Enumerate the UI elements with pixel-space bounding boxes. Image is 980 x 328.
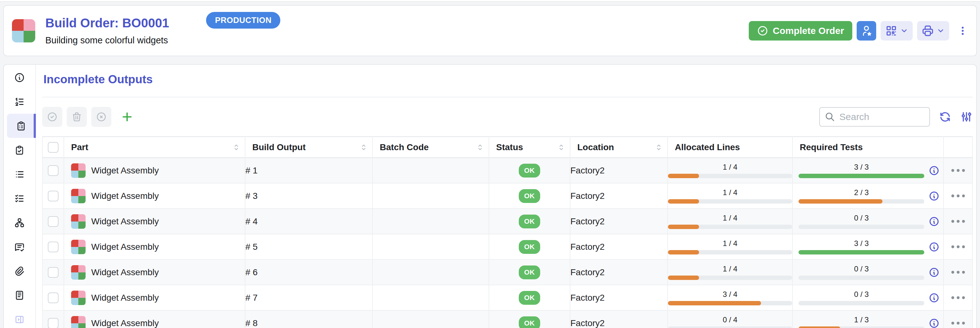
required-tests-label: 0 / 3 <box>799 265 924 273</box>
location[interactable]: Factory2 <box>570 209 668 234</box>
dots-vertical-icon[interactable] <box>957 25 968 36</box>
row-checkbox[interactable] <box>48 267 59 278</box>
info-icon[interactable] <box>929 318 939 328</box>
column-header-batch[interactable]: Batch Code <box>372 137 489 158</box>
status-badge: OK <box>519 215 540 228</box>
cancel-outputs-button[interactable] <box>91 107 111 127</box>
status-badge: OK <box>519 240 540 254</box>
build-order-panel: Incomplete Outputs <box>3 64 977 328</box>
row-menu-button[interactable] <box>944 271 972 274</box>
refresh-button[interactable] <box>939 111 951 123</box>
status-badge: OK <box>519 164 540 177</box>
column-label: Location <box>577 142 614 152</box>
table-row[interactable]: Widget Assembly # 1 OK Factory2 1 / 4 3 … <box>43 158 972 183</box>
row-menu-button[interactable] <box>944 169 972 172</box>
sidebar-item-completed-outputs[interactable] <box>4 138 35 162</box>
search-input[interactable] <box>839 111 924 122</box>
status-badge: OK <box>519 266 540 279</box>
part-name[interactable]: Widget Assembly <box>91 318 159 328</box>
table-row[interactable]: Widget Assembly # 6 OK Factory2 1 / 4 0 … <box>43 260 972 285</box>
location[interactable]: Factory2 <box>570 285 668 311</box>
required-tests-progress: 3 / 3 <box>799 163 924 178</box>
column-header-part[interactable]: Part <box>64 137 245 158</box>
table-row[interactable]: Widget Assembly # 4 OK Factory2 1 / 4 0 … <box>43 209 972 234</box>
plus-icon <box>121 110 134 124</box>
info-icon[interactable] <box>929 293 939 303</box>
build-output-serial: # 5 <box>245 234 372 260</box>
sort-selector-icon <box>360 143 368 151</box>
part-thumbnail <box>71 189 86 203</box>
row-checkbox[interactable] <box>48 293 59 303</box>
info-icon[interactable] <box>929 216 939 227</box>
sidebar-item-attachments[interactable] <box>4 259 35 283</box>
table-row[interactable]: Widget Assembly # 3 OK Factory2 1 / 4 2 … <box>43 183 972 209</box>
chevron-down-icon <box>900 27 908 35</box>
sidebar-item-line-items[interactable] <box>4 90 35 114</box>
row-checkbox[interactable] <box>48 165 59 176</box>
part-name[interactable]: Widget Assembly <box>91 217 159 227</box>
row-checkbox[interactable] <box>48 242 59 252</box>
required-tests-label: 0 / 3 <box>799 290 924 299</box>
part-name[interactable]: Widget Assembly <box>91 293 159 303</box>
info-icon[interactable] <box>929 191 939 201</box>
required-tests-progress: 3 / 3 <box>799 239 924 255</box>
complete-outputs-button[interactable] <box>42 107 62 127</box>
delete-outputs-button[interactable] <box>67 107 87 127</box>
allocated-lines-label: 1 / 4 <box>668 214 792 222</box>
sidebar-item-expand-sidebar[interactable] <box>4 307 35 328</box>
table-row[interactable]: Widget Assembly # 7 OK Factory2 3 / 4 0 … <box>43 285 972 311</box>
allocated-lines-progress: 1 / 4 <box>668 265 792 280</box>
row-menu-button[interactable] <box>944 322 972 325</box>
required-tests-progress: 2 / 3 <box>799 188 924 204</box>
sort-selector-icon <box>476 143 484 151</box>
column-label: Required Tests <box>800 142 863 152</box>
row-menu-button[interactable] <box>944 195 972 197</box>
barcode-actions-button[interactable] <box>881 21 913 41</box>
sidebar-item-child-build-orders[interactable] <box>4 211 35 235</box>
location[interactable]: Factory2 <box>570 311 668 328</box>
part-name[interactable]: Widget Assembly <box>91 242 159 252</box>
sidebar-item-incomplete-outputs[interactable] <box>7 114 35 138</box>
location[interactable]: Factory2 <box>570 158 668 183</box>
part-name[interactable]: Widget Assembly <box>91 191 159 201</box>
location[interactable]: Factory2 <box>570 234 668 260</box>
info-icon[interactable] <box>929 165 939 176</box>
row-checkbox[interactable] <box>48 216 59 227</box>
allocated-lines-progress: 1 / 4 <box>668 239 792 255</box>
row-menu-button[interactable] <box>944 246 972 248</box>
sidebar-item-allocated-stock[interactable] <box>4 162 35 186</box>
complete-order-button[interactable]: Complete Order <box>749 21 852 41</box>
row-checkbox[interactable] <box>48 318 59 328</box>
info-icon[interactable] <box>929 267 939 278</box>
row-menu-button[interactable] <box>944 296 972 299</box>
admin-actions-button[interactable] <box>857 21 876 41</box>
add-build-output-button[interactable] <box>117 107 137 127</box>
column-label: Status <box>496 142 523 152</box>
select-all-checkbox[interactable] <box>48 142 59 153</box>
sort-selector-icon <box>655 143 663 151</box>
required-tests-progress: 1 / 3 <box>799 315 924 328</box>
row-checkbox[interactable] <box>48 191 59 201</box>
chevron-down-icon <box>937 27 945 35</box>
sidebar-item-build-details[interactable] <box>4 65 35 90</box>
part-name[interactable]: Widget Assembly <box>91 267 159 277</box>
table-row[interactable]: Widget Assembly # 8 OK Factory2 0 / 4 1 … <box>43 311 972 328</box>
sidebar-item-notes[interactable] <box>4 283 35 307</box>
batch-code <box>372 234 489 260</box>
column-header-status[interactable]: Status <box>489 137 570 158</box>
sidebar-item-consumed-stock[interactable] <box>4 186 35 211</box>
column-label: Allocated Lines <box>675 142 740 152</box>
batch-code <box>372 285 489 311</box>
info-circle-icon <box>14 72 25 83</box>
print-actions-button[interactable] <box>917 21 949 41</box>
row-menu-button[interactable] <box>944 220 972 223</box>
column-header-output[interactable]: Build Output <box>245 137 372 158</box>
part-name[interactable]: Widget Assembly <box>91 166 159 176</box>
column-header-location[interactable]: Location <box>570 137 668 158</box>
sidebar-item-test-statistics[interactable] <box>4 235 35 259</box>
table-filters-button[interactable] <box>960 111 973 123</box>
info-icon[interactable] <box>929 242 939 252</box>
table-row[interactable]: Widget Assembly # 5 OK Factory2 1 / 4 3 … <box>43 234 972 260</box>
location[interactable]: Factory2 <box>570 183 668 209</box>
location[interactable]: Factory2 <box>570 260 668 285</box>
